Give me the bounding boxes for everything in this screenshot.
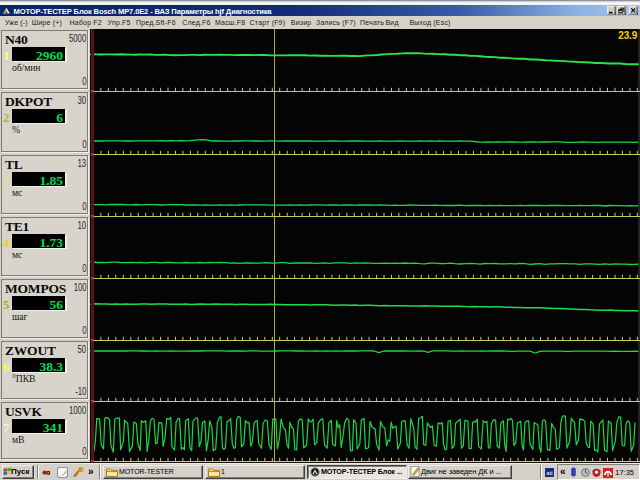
svg-text:ati: ati — [546, 470, 552, 476]
